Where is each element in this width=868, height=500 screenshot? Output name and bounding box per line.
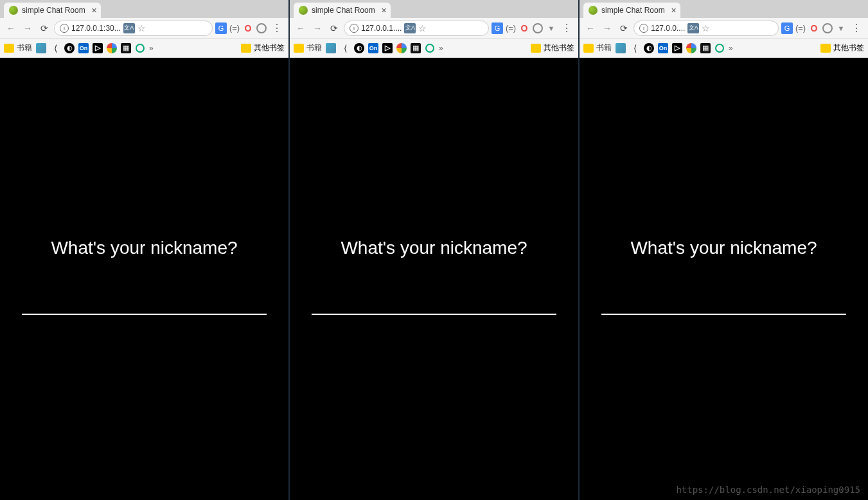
nav-bar: ← → ⟳ i 127.0.0.1.... 文A ☆ G (=) O ▼ ⋮ xyxy=(290,18,578,39)
menu-icon[interactable]: ⋮ xyxy=(269,22,285,34)
bookmark-google-icon[interactable] xyxy=(107,43,117,53)
bookmark-arrow-icon[interactable]: ⟨ xyxy=(340,43,350,53)
reload-button[interactable]: ⟳ xyxy=(327,21,341,35)
bookmark-green-icon[interactable] xyxy=(135,43,145,53)
bookmark-arrow-icon[interactable]: ⟨ xyxy=(50,43,60,53)
bookmark-github-icon[interactable]: ◐ xyxy=(354,43,364,53)
folder-icon xyxy=(241,44,251,53)
back-button[interactable]: ← xyxy=(294,21,308,35)
bookmark-square-icon[interactable]: ▦ xyxy=(121,43,131,53)
bookmark-bar: 书籍 ⟨ ◐ On ▷ ▦ » 其他书签 xyxy=(580,39,868,58)
bookmark-on-icon[interactable]: On xyxy=(658,43,668,53)
opera-ext-icon[interactable]: O xyxy=(242,22,254,34)
bookmark-on-icon[interactable]: On xyxy=(368,43,378,53)
info-icon[interactable]: i xyxy=(350,24,359,33)
browser-tab[interactable]: simple Chat Room × xyxy=(294,3,391,18)
other-bookmarks[interactable]: 其他书签 xyxy=(241,42,285,53)
browser-tab[interactable]: simple Chat Room × xyxy=(4,3,101,18)
bookmark-green-icon[interactable] xyxy=(714,43,725,53)
bookmark-label: 书籍 xyxy=(17,42,32,53)
star-icon[interactable]: ☆ xyxy=(702,23,710,33)
translate-icon[interactable]: 文A xyxy=(404,23,416,33)
bookmark-flipboard-icon[interactable] xyxy=(616,43,626,53)
extension-icons: G (=) O ▼ ⋮ xyxy=(781,22,864,34)
back-button[interactable]: ← xyxy=(583,21,598,35)
folder-icon xyxy=(583,44,594,53)
close-icon[interactable]: × xyxy=(382,5,387,15)
bookmark-google-icon[interactable] xyxy=(686,43,696,53)
bookmark-d-icon[interactable]: ▷ xyxy=(382,43,393,53)
tab-bar: simple Chat Room × xyxy=(580,0,868,18)
bookmark-on-icon[interactable]: On xyxy=(78,43,89,53)
bookmark-square-icon[interactable]: ▦ xyxy=(700,43,711,53)
bookmark-flipboard-icon[interactable] xyxy=(326,43,336,53)
bookmark-folder-books[interactable]: 书籍 xyxy=(294,42,322,53)
bookmark-label: 书籍 xyxy=(596,42,612,53)
reload-button[interactable]: ⟳ xyxy=(37,21,51,35)
bookmark-overflow-icon[interactable]: » xyxy=(439,44,443,53)
back-button[interactable]: ← xyxy=(4,21,18,35)
bookmark-github-icon[interactable]: ◐ xyxy=(644,43,654,53)
google-translate-ext-icon[interactable]: G xyxy=(492,22,503,34)
menu-icon[interactable]: ⋮ xyxy=(559,22,574,34)
other-bookmarks-label: 其他书签 xyxy=(833,42,864,53)
address-bar[interactable]: i 127.0.0.1.... 文A ☆ xyxy=(344,21,489,36)
page-content: What's your nickname? xyxy=(580,58,868,500)
info-icon[interactable]: i xyxy=(639,24,648,33)
bookmark-overflow-icon[interactable]: » xyxy=(729,44,733,53)
close-icon[interactable]: × xyxy=(671,5,677,15)
bookmark-arrow-icon[interactable]: ⟨ xyxy=(630,43,640,53)
paren-ext-icon[interactable]: (=) xyxy=(795,22,806,34)
translate-icon[interactable]: 文A xyxy=(687,23,699,33)
chevron-down-icon[interactable]: ▼ xyxy=(835,22,847,34)
nickname-input[interactable] xyxy=(312,294,557,315)
opera-ext-icon[interactable]: O xyxy=(518,22,530,34)
paren-ext-icon[interactable]: (=) xyxy=(229,22,240,34)
menu-icon[interactable]: ⋮ xyxy=(849,22,864,34)
bookmark-github-icon[interactable]: ◐ xyxy=(64,43,75,53)
info-icon[interactable]: i xyxy=(60,24,69,33)
bookmark-d-icon[interactable]: ▷ xyxy=(93,43,103,53)
browser-window-1: simple Chat Room × ← → ⟳ i 127.0.0.1:30.… xyxy=(0,0,288,500)
tab-bar: simple Chat Room × xyxy=(290,0,578,18)
opera-ext-icon[interactable]: O xyxy=(808,22,820,34)
nickname-input[interactable] xyxy=(601,294,847,315)
circle-ext-icon[interactable] xyxy=(532,22,544,34)
translate-icon[interactable]: 文A xyxy=(123,23,135,33)
forward-button[interactable]: → xyxy=(21,21,35,35)
reload-button[interactable]: ⟳ xyxy=(617,21,631,35)
favicon-icon xyxy=(299,6,308,15)
nickname-input[interactable] xyxy=(22,294,267,315)
forward-button[interactable]: → xyxy=(310,21,324,35)
bookmark-folder-books[interactable]: 书籍 xyxy=(4,42,32,53)
circle-ext-icon[interactable] xyxy=(822,22,833,34)
google-translate-ext-icon[interactable]: G xyxy=(215,22,227,34)
nickname-prompt: What's your nickname? xyxy=(51,238,237,258)
url-text: 127.0.0.1.... xyxy=(361,24,402,33)
bookmark-overflow-icon[interactable]: » xyxy=(149,44,154,53)
close-icon[interactable]: × xyxy=(92,5,97,15)
address-bar[interactable]: i 127.0.0.1:30... 文A ☆ xyxy=(54,21,213,36)
other-bookmarks[interactable]: 其他书签 xyxy=(820,42,864,53)
chevron-down-icon[interactable]: ▼ xyxy=(545,22,557,34)
nickname-prompt: What's your nickname? xyxy=(341,238,527,258)
address-bar[interactable]: i 127.0.0.... 文A ☆ xyxy=(633,21,779,36)
browser-tab[interactable]: simple Chat Room × xyxy=(583,3,680,18)
browser-window-2: simple Chat Room × ← → ⟳ i 127.0.0.1....… xyxy=(290,0,578,500)
star-icon[interactable]: ☆ xyxy=(418,23,427,33)
other-bookmarks-label: 其他书签 xyxy=(254,42,285,53)
google-translate-ext-icon[interactable]: G xyxy=(781,22,793,34)
bookmark-google-icon[interactable] xyxy=(396,43,407,53)
bookmark-square-icon[interactable]: ▦ xyxy=(411,43,421,53)
bookmark-flipboard-icon[interactable] xyxy=(36,43,46,53)
bookmark-d-icon[interactable]: ▷ xyxy=(672,43,682,53)
star-icon[interactable]: ☆ xyxy=(137,23,146,33)
other-bookmarks[interactable]: 其他书签 xyxy=(531,42,574,53)
bookmark-folder-books[interactable]: 书籍 xyxy=(583,42,612,53)
paren-ext-icon[interactable]: (=) xyxy=(505,22,517,34)
circle-ext-icon[interactable] xyxy=(256,22,267,34)
forward-button[interactable]: → xyxy=(600,21,614,35)
tab-title: simple Chat Room xyxy=(601,6,665,15)
bookmark-green-icon[interactable] xyxy=(425,43,435,53)
folder-icon xyxy=(4,44,14,53)
